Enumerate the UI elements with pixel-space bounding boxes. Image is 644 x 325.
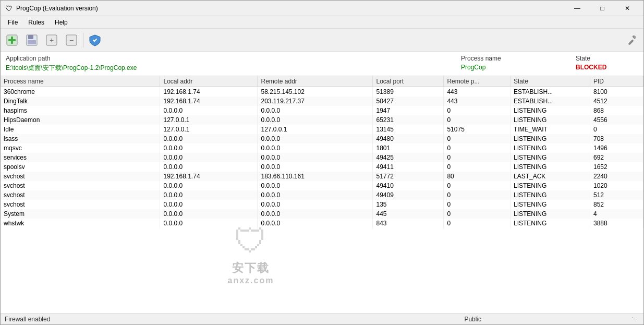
table-header: Process name Local addr Remote addr Loca…: [1, 76, 643, 87]
add-app-icon: +: [45, 34, 58, 46]
cell-remote_addr: 0.0.0.0: [258, 153, 373, 162]
table-row[interactable]: svchost0.0.0.00.0.0.0494100LISTENING1020: [1, 181, 643, 190]
cell-process_name: mqsvc: [1, 143, 160, 153]
cell-state: ESTABLISH...: [510, 87, 590, 97]
cell-local_addr: 0.0.0.0: [160, 181, 258, 190]
new-rule-icon: [6, 34, 18, 46]
settings-button[interactable]: [623, 31, 641, 50]
minimize-button[interactable]: —: [565, 1, 589, 16]
cell-state: LISTENING: [510, 115, 590, 125]
wrench-icon: [626, 34, 638, 46]
cell-process_name: 360chrome: [1, 87, 160, 97]
table-row[interactable]: hasplms0.0.0.00.0.0.019470LISTENING868: [1, 106, 643, 115]
save-button[interactable]: [22, 31, 41, 50]
cell-process_name: hasplms: [1, 106, 160, 115]
menu-rules[interactable]: Rules: [23, 17, 50, 28]
table-row[interactable]: HipsDaemon127.0.0.10.0.0.0652310LISTENIN…: [1, 115, 643, 125]
cell-local_port: 49411: [373, 162, 444, 172]
table-row[interactable]: svchost0.0.0.00.0.0.0494090LISTENING512: [1, 190, 643, 200]
cell-pid: 1652: [590, 162, 643, 172]
table-row[interactable]: svchost192.168.1.74183.66.110.1615177280…: [1, 172, 643, 181]
cell-process_name: DingTalk: [1, 97, 160, 106]
cell-local_addr: 192.168.1.74: [160, 97, 258, 106]
cell-state: LISTENING: [510, 162, 590, 172]
cell-remote_addr: 0.0.0.0: [258, 143, 373, 153]
toolbar-separator: [83, 33, 83, 47]
resize-grip[interactable]: ⋱: [629, 316, 639, 323]
process-name-column: Process name ProgCop: [461, 55, 565, 71]
menu-help[interactable]: Help: [50, 17, 73, 28]
cell-remote_addr: 0.0.0.0: [258, 181, 373, 190]
col-remote-port: Remote p...: [444, 76, 511, 87]
maximize-button[interactable]: □: [590, 1, 614, 16]
table-row[interactable]: 360chrome192.168.1.7458.215.145.10251389…: [1, 87, 643, 97]
table-row[interactable]: svchost0.0.0.00.0.0.01350LISTENING852: [1, 200, 643, 209]
cell-state: LISTENING: [510, 209, 590, 219]
cell-remote_addr: 0.0.0.0: [258, 200, 373, 209]
cell-remote_p: 0: [444, 200, 511, 209]
cell-pid: 4556: [590, 115, 643, 125]
cell-pid: 4: [590, 209, 643, 219]
cell-process_name: services: [1, 153, 160, 162]
cell-remote_p: 80: [444, 172, 511, 181]
cell-pid: 8100: [590, 87, 643, 97]
col-remote-addr: Remote addr: [258, 76, 373, 87]
cell-local_port: 1947: [373, 106, 444, 115]
cell-process_name: svchost: [1, 190, 160, 200]
table-row[interactable]: Idle127.0.0.1127.0.0.11314551075TIME_WAI…: [1, 125, 643, 134]
table-row[interactable]: mqsvc0.0.0.00.0.0.018010LISTENING1496: [1, 143, 643, 153]
menu-file[interactable]: File: [3, 17, 23, 28]
table-row[interactable]: DingTalk192.168.1.74203.119.217.37504274…: [1, 97, 643, 106]
cell-remote_p: 0: [444, 143, 511, 153]
table-row[interactable]: spoolsv0.0.0.00.0.0.0494110LISTENING1652: [1, 162, 643, 172]
cell-remote_p: 0: [444, 181, 511, 190]
cell-local_addr: 127.0.0.1: [160, 115, 258, 125]
cell-local_port: 50427: [373, 97, 444, 106]
cell-pid: 2240: [590, 172, 643, 181]
app-path-value: E:\tools\桌面\安下载\ProgCop-1.2\ProgCop.exe: [6, 64, 461, 73]
col-pid: PID: [590, 76, 643, 87]
cell-state: LISTENING: [510, 143, 590, 153]
cell-local_port: 49409: [373, 190, 444, 200]
cell-pid: 692: [590, 153, 643, 162]
cell-process_name: svchost: [1, 172, 160, 181]
close-button[interactable]: ✕: [615, 1, 639, 16]
cell-state: LAST_ACK: [510, 172, 590, 181]
cell-remote_addr: 0.0.0.0: [258, 162, 373, 172]
table-row[interactable]: lsass0.0.0.00.0.0.0494800LISTENING708: [1, 134, 643, 143]
process-name-label: Process name: [461, 55, 565, 62]
connections-table: Process name Local addr Remote addr Loca…: [1, 76, 643, 228]
col-local-addr: Local addr: [160, 76, 258, 87]
cell-local_port: 51772: [373, 172, 444, 181]
cell-local_addr: 0.0.0.0: [160, 134, 258, 143]
remove-app-button[interactable]: −: [62, 31, 81, 50]
col-process-name: Process name: [1, 76, 160, 87]
cell-remote_addr: 0.0.0.0: [258, 134, 373, 143]
window-controls: — □ ✕: [565, 1, 639, 16]
shield-button[interactable]: [86, 31, 104, 50]
add-app-button[interactable]: +: [42, 31, 61, 50]
new-rule-button[interactable]: [3, 31, 21, 50]
table-row[interactable]: whstwk0.0.0.00.0.0.08430LISTENING3888: [1, 219, 643, 228]
app-path-label: Application path: [6, 55, 461, 62]
shield-icon: [89, 34, 101, 46]
cell-state: LISTENING: [510, 153, 590, 162]
cell-remote_p: 51075: [444, 125, 511, 134]
cell-local_addr: 192.168.1.74: [160, 87, 258, 97]
cell-local_addr: 0.0.0.0: [160, 209, 258, 219]
table-scroll-area[interactable]: Process name Local addr Remote addr Loca…: [1, 76, 643, 313]
table-row[interactable]: services0.0.0.00.0.0.0494250LISTENING692: [1, 153, 643, 162]
cell-remote_p: 0: [444, 190, 511, 200]
svg-rect-4: [28, 35, 33, 39]
cell-remote_p: 0: [444, 106, 511, 115]
cell-remote_addr: 127.0.0.1: [258, 125, 373, 134]
menu-bar: File Rules Help: [1, 16, 643, 29]
cell-process_name: whstwk: [1, 219, 160, 228]
cell-local_addr: 192.168.1.74: [160, 172, 258, 181]
cell-pid: 0: [590, 125, 643, 134]
table-row[interactable]: System0.0.0.00.0.0.04450LISTENING4: [1, 209, 643, 219]
cell-local_port: 49480: [373, 134, 444, 143]
cell-state: LISTENING: [510, 181, 590, 190]
cell-local_port: 445: [373, 209, 444, 219]
cell-remote_addr: 0.0.0.0: [258, 106, 373, 115]
